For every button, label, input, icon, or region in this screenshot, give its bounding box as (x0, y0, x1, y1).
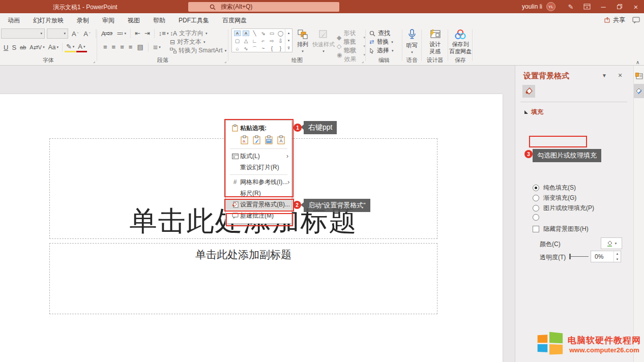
paste-text-only-icon[interactable]: A (277, 135, 286, 144)
radio-picture-fill[interactable] (533, 205, 539, 212)
shape-arrow-icon[interactable]: ⇘ (259, 29, 268, 37)
radio-gradient-fill[interactable] (533, 195, 539, 201)
transparency-slider[interactable] (569, 256, 589, 257)
hide-background-option[interactable]: 隐藏背景图形(H) (533, 225, 589, 233)
comments-icon[interactable] (632, 17, 640, 23)
tab-review[interactable]: 审阅 (96, 13, 121, 26)
shape-freeform-icon[interactable]: ⌂ (233, 45, 242, 52)
transparency-spinner[interactable]: 0% ▲▼ (591, 251, 621, 262)
pane-menu-icon[interactable]: ▼ (602, 73, 607, 78)
spin-down-icon[interactable]: ▼ (616, 258, 619, 261)
tab-animation[interactable]: 动画 (1, 13, 26, 26)
menu-item-grid-guides[interactable]: # 网格和参考线(I)... › (226, 176, 291, 188)
increase-indent-icon[interactable]: ⇥ (143, 28, 152, 38)
font-size-select[interactable]: ▾ (47, 28, 68, 39)
shapes-scroll-down-icon[interactable]: ▾ (288, 39, 290, 43)
shape-elbow-connector-icon[interactable]: ∟ (250, 37, 259, 45)
shape-textbox-icon[interactable]: A (233, 29, 242, 37)
menu-item-format-background[interactable]: 设置背景格式(B)... (226, 199, 291, 210)
subtitle-placeholder[interactable]: 单击此处添加副标题 (49, 243, 437, 314)
fill-section-label[interactable]: 填充 (531, 108, 543, 116)
fill-tab-button[interactable] (522, 85, 535, 98)
shape-down-arrow-icon[interactable]: ⇩ (276, 37, 285, 45)
tab-record[interactable]: 录制 (70, 13, 96, 26)
radio-solid-fill[interactable] (533, 185, 539, 191)
justify-icon[interactable]: ≡ (127, 42, 134, 52)
format-background-pane-icon[interactable] (634, 84, 644, 98)
font-family-select[interactable]: ▾ (1, 28, 45, 39)
columns-icon[interactable]: ▦▾ (152, 43, 162, 51)
tab-view[interactable]: 视图 (121, 13, 147, 26)
strikethrough-button[interactable]: ab (18, 43, 27, 51)
section-expanded-icon[interactable] (524, 110, 528, 114)
paste-keep-source-icon[interactable] (252, 135, 261, 144)
dictate-button[interactable]: 听写 ▾ (403, 27, 421, 55)
shapes-more-icon[interactable]: ⊽ (287, 46, 290, 50)
drawing-dialog-launcher-icon[interactable]: ⌟ (362, 58, 364, 64)
shape-right-arrow-icon[interactable]: ⇨ (268, 37, 276, 45)
distribute-icon[interactable]: ▤ (135, 42, 144, 52)
arrange-button[interactable]: 排列 ▾ (294, 27, 311, 54)
line-spacing-icon[interactable]: ↕≡▾ (157, 28, 170, 38)
text-shadow-button[interactable]: S (10, 43, 18, 52)
ink-pen-icon[interactable]: ✎ (563, 0, 579, 13)
user-name[interactable]: youlin li (522, 3, 542, 10)
color-picker-button[interactable]: ▾ (601, 237, 622, 249)
tab-help[interactable]: 帮助 (147, 13, 172, 26)
shapes-scroll-up-icon[interactable]: ▴ (288, 31, 290, 35)
change-case-button[interactable]: Aa ▾ (47, 43, 60, 52)
paragraph-dialog-launcher-icon[interactable]: ⌟ (224, 58, 226, 64)
ribbon-display-options-icon[interactable] (579, 0, 595, 13)
font-color-button[interactable]: A▾ (76, 42, 86, 52)
close-button[interactable]: × (628, 0, 644, 13)
decrease-font-size-button[interactable]: Aˇ (82, 29, 92, 39)
avatar[interactable]: YL (546, 2, 555, 11)
menu-item-layout[interactable]: 版式(L) › (226, 150, 291, 162)
underline-button[interactable]: U (2, 43, 10, 52)
find-button[interactable]: 查找 (378, 29, 390, 38)
align-text-button[interactable]: 对齐文本 (177, 38, 201, 46)
character-spacing-button[interactable]: A⇄V ▾ (28, 43, 46, 52)
shape-arc-icon[interactable]: ⌒ (250, 45, 259, 52)
shape-triangle-icon[interactable]: △ (242, 37, 250, 45)
shape-rectangle-icon[interactable]: ▭ (268, 29, 276, 37)
align-right-icon[interactable]: ≡ (119, 42, 126, 52)
paste-picture-icon[interactable] (265, 135, 274, 144)
transparency-value[interactable]: 0% (591, 251, 613, 262)
radio-pattern-fill[interactable] (533, 214, 539, 221)
share-button[interactable]: 共享 (604, 16, 625, 24)
shape-vertical-textbox-icon[interactable]: A (242, 29, 250, 37)
shape-scribble-icon[interactable]: ∿ (242, 45, 250, 52)
shape-left-brace-icon[interactable]: { (268, 45, 276, 52)
hide-background-checkbox[interactable] (533, 226, 539, 232)
align-center-icon[interactable]: ≡ (110, 42, 118, 52)
tab-baidu-netdisk[interactable]: 百度网盘 (216, 13, 253, 26)
font-dialog-launcher-icon[interactable]: ⌟ (93, 58, 95, 64)
shape-oval-icon[interactable]: ◯ (276, 29, 285, 37)
spin-up-icon[interactable]: ▲ (616, 252, 619, 255)
minimize-button[interactable]: ─ (595, 0, 611, 13)
decrease-indent-icon[interactable]: ⇤ (133, 28, 142, 38)
solid-fill-option[interactable]: 纯色填充(S) (533, 184, 576, 192)
picture-fill-option[interactable]: 图片或纹理填充(P) (533, 204, 594, 213)
shape-right-brace-icon[interactable]: } (276, 45, 285, 52)
text-direction-button[interactable]: 文字方向 (179, 29, 203, 38)
shape-curve-icon[interactable]: ~ (259, 45, 268, 52)
paste-destination-theme-icon[interactable]: a. (240, 135, 249, 144)
align-left-icon[interactable]: ≡ (102, 42, 109, 52)
collapse-ribbon-icon[interactable]: ∧ (636, 59, 639, 65)
design-ideas-button[interactable]: 设计灵感 (426, 27, 444, 55)
convert-to-smartart-button[interactable]: 转换为 SmartArt (179, 46, 223, 55)
menu-item-reset-slide[interactable]: 重设幻灯片(R) (226, 162, 291, 173)
pane-close-icon[interactable]: × (618, 71, 622, 79)
shape-rounded-rectangle-icon[interactable]: ▢ (233, 37, 242, 45)
tab-slideshow[interactable]: 幻灯片放映 (26, 13, 70, 26)
menu-item-new-comment[interactable]: 新建批注(M) (226, 210, 291, 221)
replace-button[interactable]: 替换 (376, 38, 389, 46)
numbering-icon[interactable]: ≕▾ (115, 28, 128, 38)
search-box[interactable]: 搜索(Alt+Q) (188, 2, 339, 12)
gradient-fill-option[interactable]: 渐变填充(G) (533, 194, 576, 202)
designer-pane-icon[interactable] (634, 69, 644, 83)
tab-pdf-tools[interactable]: PDF工具集 (172, 13, 216, 26)
save-to-baidu-button[interactable]: 保存到百度网盘 (449, 27, 472, 55)
